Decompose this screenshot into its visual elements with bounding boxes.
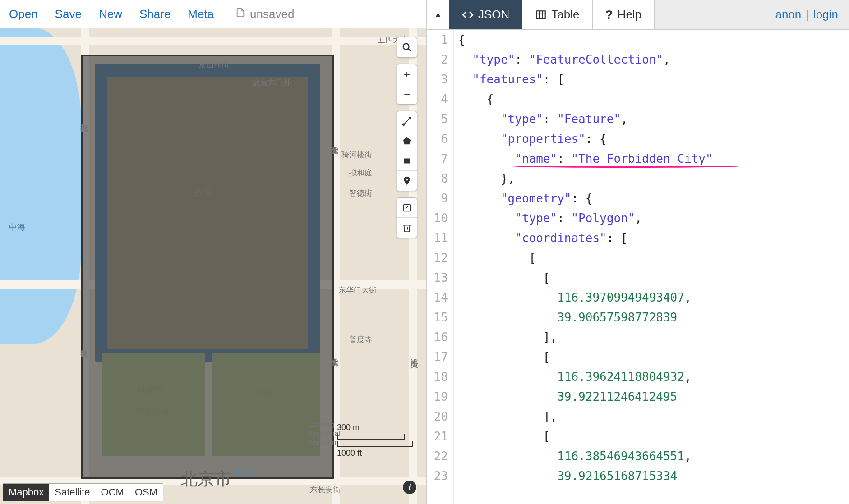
svg-marker-11 [435, 13, 440, 17]
code-line[interactable]: "type": "FeatureCollection", [458, 50, 849, 69]
tab-table[interactable]: Table [522, 0, 592, 29]
menu-save[interactable]: Save [55, 7, 82, 21]
map-label: 景山前街 [198, 60, 229, 70]
map-label: 智德街 [349, 188, 372, 198]
code-line[interactable]: 39.90657598772839 [458, 307, 849, 327]
menu-new[interactable]: New [99, 7, 122, 21]
editor-pane: JSON Table ? Help anon | login 123456789… [426, 0, 849, 504]
map-label: 普度寺 [349, 334, 372, 345]
scale-metric: 300 m [337, 423, 413, 432]
auth-separator: | [806, 8, 809, 22]
file-status-text: unsaved [250, 7, 294, 21]
code-line[interactable]: [ [458, 347, 849, 367]
editor-tabs: JSON Table ? Help anon | login [427, 0, 849, 30]
map-label: 拟和庭 [349, 168, 372, 178]
help-icon: ? [605, 8, 613, 22]
code-editor[interactable]: 1234567891011121314151617181920212223 { … [427, 30, 849, 504]
search-button[interactable] [397, 37, 417, 57]
zoom-in-button[interactable]: + [397, 64, 417, 84]
code-line[interactable]: "geometry": { [458, 188, 849, 208]
highlight-underline [513, 165, 739, 168]
map-label: 东长安街 [310, 485, 341, 495]
scale-imperial: 1000 ft [337, 449, 413, 458]
code-line[interactable]: "type": "Feature", [458, 109, 849, 129]
draw-marker-button[interactable] [397, 171, 417, 191]
park-label: 太庙 [253, 386, 271, 399]
code-content[interactable]: { "type": "FeatureCollection", "features… [454, 30, 849, 504]
tab-table-label: Table [551, 8, 579, 22]
auth-area: anon | login [764, 0, 849, 29]
file-status: unsaved [235, 6, 294, 22]
info-button[interactable]: i [403, 481, 416, 494]
city-label: 北京市 [180, 467, 232, 490]
code-line[interactable]: 116.39624118804932, [458, 367, 849, 387]
tab-json-label: JSON [478, 8, 509, 22]
map-label: 南沿 大街 [409, 353, 420, 355]
water-label: 中海 [9, 222, 25, 233]
draw-line-button[interactable] [397, 111, 417, 131]
tab-json[interactable]: JSON [449, 0, 522, 29]
map-label: 东华门大街 [338, 285, 377, 295]
layer-switcher: Mapbox Satellite OCM OSM [3, 483, 163, 501]
code-line[interactable]: "properties": { [458, 129, 849, 149]
layer-mapbox[interactable]: Mapbox [3, 484, 49, 501]
svg-line-2 [404, 118, 411, 124]
edit-button[interactable] [397, 198, 417, 218]
code-line[interactable]: }, [458, 169, 849, 188]
auth-anon[interactable]: anon [775, 8, 801, 22]
draw-polygon-button[interactable] [397, 131, 417, 151]
code-line[interactable]: "type": "Polygon", [458, 208, 849, 228]
code-line[interactable]: "coordinates": [ [458, 228, 849, 248]
code-line[interactable]: { [458, 89, 849, 109]
code-line[interactable]: [ [458, 268, 849, 288]
code-line[interactable]: ], [458, 407, 849, 426]
svg-rect-6 [404, 158, 410, 163]
auth-login[interactable]: login [813, 8, 838, 22]
code-line[interactable]: 39.92211246412495 [458, 387, 849, 407]
draw-rectangle-button[interactable] [397, 151, 417, 171]
code-line[interactable]: "name": "The Forbidden City" [458, 149, 849, 169]
file-icon [235, 6, 245, 22]
code-line[interactable]: 116.38546943664551, [458, 446, 849, 466]
river-label: 金水河 [235, 467, 259, 478]
code-line[interactable]: "features": [ [458, 69, 849, 89]
svg-line-1 [408, 49, 411, 51]
line-gutter: 1234567891011121314151617181920212223 [427, 30, 454, 504]
code-line[interactable]: [ [458, 248, 849, 268]
code-line[interactable]: [ [458, 426, 849, 446]
code-line[interactable]: { [458, 30, 849, 50]
menu-meta[interactable]: Meta [188, 7, 214, 21]
map-canvas[interactable]: 中海 景山前街 故宫东门外 五四大街 骑河楼街 拟和庭 智德街 东华门大街 普度… [0, 28, 426, 504]
svg-marker-5 [403, 137, 411, 144]
layer-osm[interactable]: OSM [129, 484, 163, 501]
park-label: 社稷坛 [138, 384, 165, 396]
tab-help[interactable]: ? Help [593, 0, 655, 29]
svg-rect-12 [537, 11, 546, 18]
geojson-polygon[interactable] [81, 55, 334, 479]
code-line[interactable]: 39.92165168715334 [458, 466, 849, 486]
map-label: 故宫东门外 [253, 78, 291, 88]
code-line[interactable]: 116.39709949493407, [458, 288, 849, 307]
layer-satellite[interactable]: Satellite [49, 484, 95, 501]
code-line[interactable]: ], [458, 327, 849, 347]
scale-bar: 300 m 1000 ft [337, 423, 413, 459]
road [0, 37, 426, 45]
park-label: 中山公园 [133, 404, 169, 417]
svg-point-7 [406, 179, 408, 181]
delete-button[interactable] [397, 218, 417, 238]
menu-share[interactable]: Share [139, 7, 171, 21]
top-menu: Open Save New Share Meta unsaved [0, 0, 426, 28]
water-body [0, 28, 81, 344]
map-label: 骑河楼街 [341, 150, 372, 160]
tab-help-label: Help [618, 8, 641, 22]
zoom-out-button[interactable]: − [397, 84, 417, 104]
collapse-button[interactable] [427, 0, 449, 29]
menu-open[interactable]: Open [9, 7, 38, 21]
svg-point-0 [403, 44, 409, 50]
layer-ocm[interactable]: OCM [96, 484, 129, 501]
svg-point-4 [410, 117, 411, 119]
svg-point-3 [403, 124, 405, 125]
map-controls: + − [397, 37, 417, 238]
palace-label: 故宫 [194, 186, 214, 199]
map-pane: Open Save New Share Meta unsaved 中海 景山前街… [0, 0, 426, 504]
